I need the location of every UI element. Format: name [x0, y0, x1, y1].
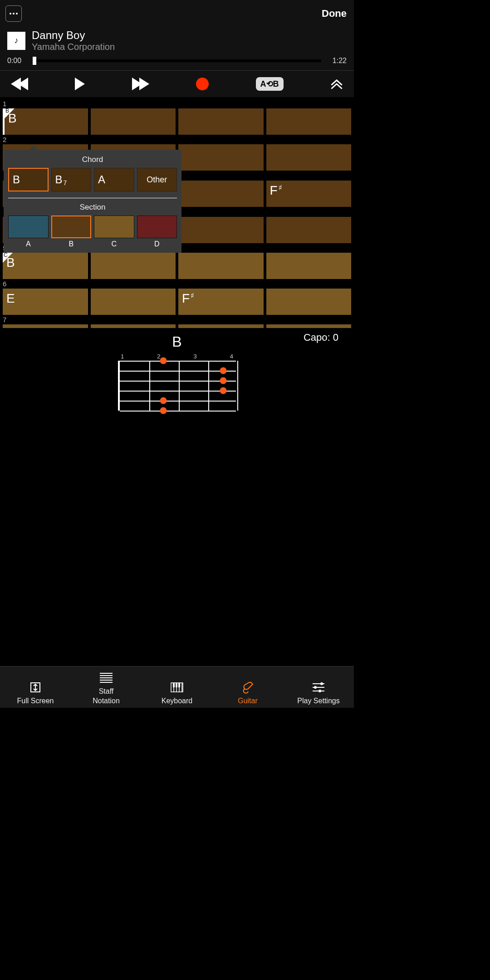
svg-rect-4: [178, 683, 180, 687]
guitar-icon: [241, 680, 255, 695]
tab-staff-notation[interactable]: StaffNotation: [71, 670, 142, 705]
chord-row-strip: [3, 324, 351, 328]
chord-cell[interactable]: [91, 253, 176, 279]
chord-cell[interactable]: [266, 253, 352, 279]
rewind-button[interactable]: [11, 78, 28, 90]
section-option-c[interactable]: [94, 216, 134, 238]
time-total: 1:22: [328, 57, 347, 65]
section-corner-label: B: [5, 108, 9, 114]
fullscreen-icon: [29, 680, 42, 695]
play-button[interactable]: [75, 78, 85, 90]
song-title: Danny Boy: [32, 29, 115, 42]
song-artist: Yamaha Corporation: [32, 42, 115, 52]
chord-cell[interactable]: [266, 144, 352, 171]
popup-section-heading: Section: [8, 203, 177, 212]
chord-cell[interactable]: [178, 108, 264, 135]
section-option-d[interactable]: [137, 216, 177, 238]
record-button[interactable]: [196, 78, 209, 90]
album-art: ♪: [7, 32, 25, 50]
chord-cell[interactable]: C B: [3, 253, 88, 279]
chord-cell[interactable]: [91, 289, 176, 315]
svg-point-7: [318, 690, 321, 692]
row-number: 2: [0, 135, 354, 144]
chord-cell[interactable]: [266, 217, 352, 243]
svg-point-5: [320, 682, 323, 685]
chord-cell[interactable]: [266, 108, 352, 135]
svg-rect-3: [176, 683, 177, 687]
tab-play-settings[interactable]: Play Settings: [283, 670, 354, 705]
chord-option-b[interactable]: B: [8, 168, 49, 191]
row-number: 7: [0, 315, 354, 324]
chord-cell[interactable]: [178, 181, 264, 207]
seek-bar[interactable]: [33, 59, 321, 62]
time-current: 0:00: [7, 57, 26, 65]
ab-loop-button[interactable]: A⟲B: [256, 77, 284, 91]
svg-point-6: [314, 686, 317, 689]
chord-cell[interactable]: [178, 144, 264, 171]
tab-guitar[interactable]: Guitar: [212, 670, 283, 705]
more-button[interactable]: [5, 5, 22, 22]
done-button[interactable]: Done: [322, 8, 347, 20]
section-option-a[interactable]: [8, 216, 49, 238]
popup-chord-heading: Chord: [8, 155, 177, 164]
row-number: 6: [0, 279, 354, 289]
chord-cell[interactable]: F♯: [266, 181, 352, 207]
keyboard-icon: [170, 680, 184, 695]
chord-option-b7[interactable]: B7: [51, 168, 92, 191]
staff-icon: [99, 670, 113, 686]
chord-cell[interactable]: B B: [3, 108, 88, 135]
current-chord-name: B: [5, 333, 348, 350]
section-corner-label: C: [4, 252, 8, 258]
chord-label: F: [182, 291, 190, 305]
chord-option-other[interactable]: Other: [137, 168, 177, 191]
chord-cell[interactable]: [266, 289, 352, 315]
svg-rect-2: [173, 683, 175, 687]
tab-keyboard[interactable]: Keyboard: [142, 670, 212, 705]
chord-cell[interactable]: [178, 217, 264, 243]
chord-cell[interactable]: F♯: [178, 289, 264, 315]
collapse-button[interactable]: [330, 78, 343, 89]
fretboard-diagram: [118, 361, 236, 411]
fast-forward-button[interactable]: [132, 78, 149, 90]
section-option-b[interactable]: [51, 216, 92, 238]
chord-cell[interactable]: [178, 253, 264, 279]
row-number: 1: [0, 99, 354, 108]
chord-label: E: [6, 291, 15, 305]
chord-option-a[interactable]: A: [94, 168, 134, 191]
chord-label: F: [270, 183, 278, 197]
tab-full-screen[interactable]: Full Screen: [0, 670, 71, 705]
chord-cell[interactable]: E: [3, 289, 88, 315]
fret-numbers: 1 2 3 4: [118, 353, 236, 360]
sliders-icon: [312, 680, 325, 695]
chord-section-popup: Chord B B7 A Other Section A B C D: [4, 150, 181, 253]
seek-thumb[interactable]: [33, 57, 36, 65]
chord-cell[interactable]: [91, 108, 176, 135]
